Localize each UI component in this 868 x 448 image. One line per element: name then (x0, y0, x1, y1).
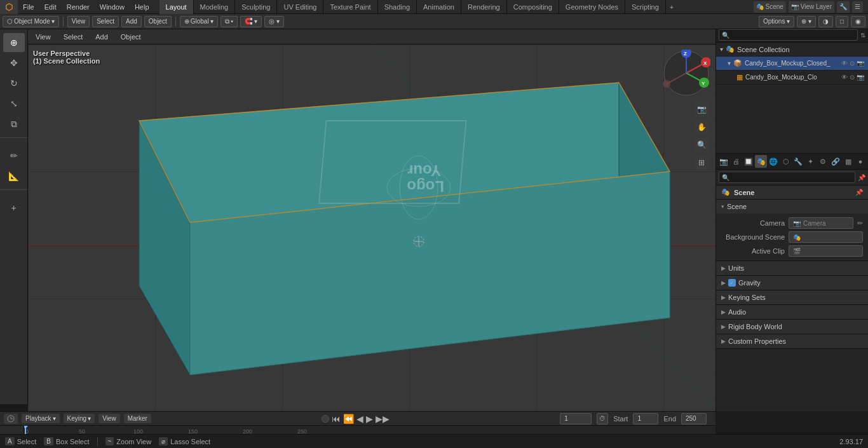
timeline-mode-icon[interactable] (4, 414, 18, 424)
tab-texture-paint[interactable]: Texture Paint (323, 0, 377, 14)
keying-sets-header[interactable]: ▶ Keying Sets (716, 290, 868, 304)
object-menu[interactable]: Object (144, 16, 172, 27)
select-menu-vp[interactable]: Select (60, 32, 87, 42)
tab-scripting[interactable]: Scripting (625, 0, 666, 14)
shading-mode-render[interactable]: ◉ (851, 16, 865, 27)
next-keyframe-btn[interactable]: ▶▶ (376, 414, 390, 424)
transform-tool[interactable]: ⧉ (3, 114, 25, 133)
menu-window[interactable]: Window (95, 0, 130, 14)
tab-layout[interactable]: Layout (159, 0, 194, 14)
props-tab-physics[interactable]: ⚙ (817, 155, 830, 168)
prev-keyframe-btn[interactable]: ◀ (356, 414, 363, 424)
gravity-checkbox[interactable]: ✓ (728, 279, 736, 287)
pivot-selector[interactable]: ⧉ ▾ (220, 16, 238, 27)
outliner-sort-btn[interactable]: ⇅ (860, 32, 865, 39)
engine-selector[interactable]: 🔧 (837, 1, 850, 13)
filter-button[interactable]: ☰ (852, 1, 863, 13)
scale-tool[interactable]: ⤡ (3, 94, 25, 113)
snap-toggle[interactable]: 🧲 ▾ (240, 16, 262, 27)
view-layer-selector[interactable]: 📷 View Layer (789, 1, 834, 13)
local-view-btn[interactable]: ⊞ (694, 155, 709, 170)
add-tool[interactable]: + (3, 198, 25, 217)
add-menu[interactable]: Add (121, 16, 142, 27)
annotate-tool[interactable]: ✏ (3, 146, 25, 165)
camera-value[interactable]: 📷 Camera (789, 217, 853, 229)
item1-render[interactable]: 📷 (857, 74, 864, 81)
zoom-btn[interactable]: 🔍 (694, 137, 709, 153)
outliner-item-0[interactable]: ▾ 📦 Candy_Box_Mockup_Closed_ 👁 ⊙ 📷 (716, 57, 868, 71)
props-tab-data[interactable]: ▦ (842, 155, 855, 168)
tab-shading[interactable]: Shading (378, 0, 417, 14)
background-scene-value[interactable]: 🎭 (789, 231, 863, 243)
view-btn-tl[interactable]: View (98, 414, 120, 423)
scene-selector[interactable]: 🎭 Scene (754, 1, 786, 13)
active-clip-value[interactable]: 🎬 (789, 245, 863, 257)
props-tab-scene[interactable]: 🎭 (755, 155, 768, 168)
scene-section-header[interactable]: ▾ Scene (716, 200, 868, 214)
marker-btn[interactable]: Marker (124, 414, 151, 423)
item0-select[interactable]: ⊙ (850, 60, 855, 67)
view-menu[interactable]: View (67, 16, 90, 27)
select-menu[interactable]: Select (92, 16, 119, 27)
props-tab-world[interactable]: 🌐 (767, 155, 780, 168)
tab-compositing[interactable]: Compositing (507, 0, 559, 14)
menu-help[interactable]: Help (130, 0, 154, 14)
end-frame-input[interactable]: 250 (681, 413, 707, 424)
transform-space[interactable]: ⊕ Global ▾ (180, 16, 218, 27)
props-pin-btn[interactable]: 📌 (858, 174, 865, 181)
menu-render[interactable]: Render (62, 0, 95, 14)
props-tab-particles[interactable]: ✦ (804, 155, 817, 168)
playback-btn[interactable]: Playback ▾ (22, 414, 60, 423)
item0-render[interactable]: 📷 (857, 60, 864, 67)
item1-visibility[interactable]: 👁 (841, 74, 848, 81)
keying-btn[interactable]: Keying ▾ (64, 414, 95, 423)
prev-frame-btn[interactable]: ⏪ (343, 414, 354, 424)
props-tab-object[interactable]: ⬡ (780, 155, 792, 168)
jump-start-btn[interactable]: ⏮ (332, 414, 341, 424)
frame-options-btn[interactable]: ⏱ (597, 413, 608, 424)
tab-animation[interactable]: Animation (417, 0, 461, 14)
tab-modeling[interactable]: Modeling (194, 0, 236, 14)
shading-mode-wire[interactable]: □ (836, 16, 848, 27)
cursor-tool[interactable]: ⊕ (3, 33, 25, 52)
gravity-section-header[interactable]: ▶ ✓ Gravity (716, 276, 868, 290)
mode-selector[interactable]: ⬡ Object Mode ▾ (3, 16, 59, 27)
custom-props-header[interactable]: ▶ Custom Properties (716, 334, 868, 348)
item0-visibility[interactable]: 👁 (841, 60, 848, 67)
props-tab-constraints[interactable]: 🔗 (829, 155, 842, 168)
audio-section-header[interactable]: ▶ Audio (716, 305, 868, 319)
camera-edit-btn[interactable]: ✏ (857, 219, 863, 227)
menu-file[interactable]: File (18, 0, 39, 14)
outliner-search-input[interactable] (719, 29, 858, 41)
hand-tool-btn[interactable]: ✋ (694, 119, 709, 135)
current-frame-input[interactable]: 1 (560, 413, 592, 424)
tab-sculpting[interactable]: Sculpting (235, 0, 277, 14)
props-search-input[interactable] (719, 172, 855, 183)
view-menu-vp[interactable]: View (32, 32, 55, 42)
props-tab-output[interactable]: 🖨 (730, 155, 743, 168)
add-workspace-button[interactable]: + (666, 0, 677, 14)
tab-rendering[interactable]: Rendering (461, 0, 507, 14)
props-tab-modifier[interactable]: 🔧 (792, 155, 804, 168)
menu-edit[interactable]: Edit (39, 0, 62, 14)
overlay-button[interactable]: ⊕ ▾ (797, 16, 816, 27)
move-tool[interactable]: ✥ (3, 53, 25, 72)
props-tab-render[interactable]: 📷 (717, 155, 730, 168)
navigation-gizmo[interactable]: X Y Z (663, 50, 710, 97)
outliner-item-1[interactable]: ▦ Candy_Box_Mockup_Clo 👁 ⊙ 📷 (716, 71, 868, 85)
play-btn[interactable]: ▶ (366, 414, 373, 424)
props-tab-view-layer[interactable]: 🔲 (742, 155, 755, 168)
units-section-header[interactable]: ▶ Units (716, 261, 868, 275)
camera-view-btn[interactable]: 📷 (694, 102, 709, 117)
outliner-scene-collection[interactable]: ▾ 🎭 Scene Collection (716, 43, 868, 57)
rigid-body-header[interactable]: ▶ Rigid Body World (716, 320, 868, 334)
item1-select[interactable]: ⊙ (850, 74, 855, 81)
app-logo[interactable]: ⬡ (0, 0, 18, 14)
shading-mode-solid[interactable]: ◑ (818, 16, 833, 27)
add-menu-vp[interactable]: Add (92, 32, 112, 42)
tab-geometry-nodes[interactable]: Geometry Nodes (559, 0, 625, 14)
record-btn[interactable] (322, 415, 329, 423)
measure-tool[interactable]: 📐 (3, 166, 25, 186)
tab-uv-editing[interactable]: UV Editing (277, 0, 323, 14)
rotate-tool[interactable]: ↻ (3, 74, 25, 93)
